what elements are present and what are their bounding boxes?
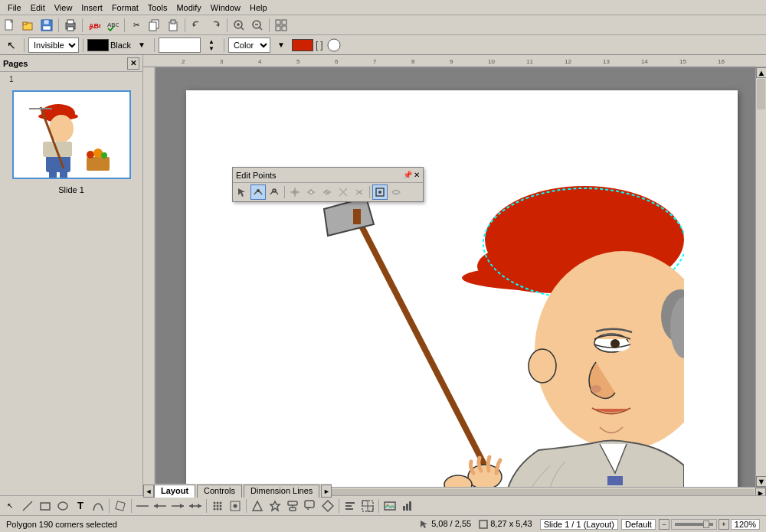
ep-cut-btn[interactable] — [336, 184, 351, 200]
separator — [124, 18, 125, 32]
menu-view[interactable]: View — [50, 2, 77, 14]
tab-layout[interactable]: Layout — [154, 485, 195, 498]
arrow-select-tool[interactable]: ↖ — [2, 498, 18, 514]
ep-delete-btn[interactable] — [319, 184, 335, 200]
transform-tool[interactable] — [112, 498, 129, 514]
fill-color-swatch[interactable] — [292, 39, 313, 51]
menu-modify[interactable]: Modify — [172, 2, 205, 14]
tab-dimension-lines[interactable]: Dimension Lines — [244, 485, 319, 498]
tab-controls[interactable]: Controls — [197, 485, 242, 498]
zoom-decrease-btn[interactable]: − — [659, 519, 669, 530]
menu-tools[interactable]: Tools — [143, 2, 172, 14]
fill-more[interactable] — [326, 37, 342, 54]
navigator-button[interactable] — [273, 17, 290, 34]
slide-thumbnail[interactable] — [12, 90, 131, 179]
pointer-tool[interactable]: ↖ — [3, 37, 20, 54]
zoom-increase-btn[interactable]: + — [719, 519, 729, 530]
svg-line-19 — [241, 27, 244, 30]
menu-help[interactable]: Help — [245, 2, 272, 14]
menu-file[interactable]: File — [3, 2, 26, 14]
menu-window[interactable]: Window — [206, 2, 245, 14]
menu-insert[interactable]: Insert — [77, 2, 107, 14]
align-btn[interactable] — [342, 498, 358, 514]
line-width-up[interactable]: ▲▼ — [203, 37, 220, 54]
line-tool[interactable] — [19, 498, 36, 514]
bezier-tool[interactable] — [90, 498, 106, 514]
ep-symmetric-btn[interactable] — [267, 184, 282, 200]
dialog-pin-button[interactable]: 📌 — [403, 171, 412, 179]
fill-color-dropdown[interactable]: ▼ — [273, 37, 290, 54]
svg-text:15: 15 — [679, 58, 686, 65]
scroll-up-button[interactable]: ▲ — [756, 67, 766, 78]
arrow-start[interactable] — [152, 498, 169, 514]
line-width-input[interactable]: 0,00cm — [159, 38, 201, 53]
symbol-shapes-btn[interactable] — [267, 498, 283, 514]
ep-join-btn[interactable] — [352, 184, 367, 200]
separator — [58, 18, 59, 32]
text-tool[interactable]: T — [72, 498, 89, 514]
menu-format[interactable]: Format — [107, 2, 143, 14]
main-canvas-area[interactable]: Edit Points 📌 ✕ — [155, 67, 766, 498]
separator — [185, 18, 185, 32]
svg-rect-137 — [409, 501, 411, 511]
redo-button[interactable] — [207, 17, 224, 34]
svg-text:7: 7 — [373, 58, 377, 65]
scroll-thumb[interactable] — [757, 79, 765, 109]
ellipse-tool[interactable] — [54, 498, 71, 514]
arrow-none[interactable] — [134, 498, 151, 514]
fill-style-select[interactable]: Color None Gradient — [228, 38, 270, 53]
slide-canvas[interactable]: Edit Points 📌 ✕ — [186, 90, 738, 498]
svg-point-95 — [378, 191, 381, 194]
line-color-dropdown[interactable]: ▼ — [133, 37, 150, 54]
svg-rect-129 — [345, 508, 353, 510]
undo-button[interactable] — [188, 17, 205, 34]
scroll-down-button[interactable]: ▼ — [756, 476, 766, 487]
status-bar: Polygon 190 corners selected 5,08 / 2,55… — [0, 515, 766, 532]
paste-button[interactable] — [165, 17, 182, 34]
svg-rect-27 — [276, 26, 280, 31]
ep-smooth-btn[interactable] — [250, 184, 266, 200]
svg-text:14: 14 — [641, 58, 648, 65]
ep-select-btn[interactable] — [234, 184, 250, 200]
menu-edit[interactable]: Edit — [26, 2, 50, 14]
rect-tool[interactable] — [37, 498, 54, 514]
flowchart-btn[interactable] — [284, 498, 301, 514]
ep-insert-btn[interactable] — [303, 184, 319, 200]
svg-point-113 — [220, 504, 222, 507]
ep-close-btn[interactable] — [372, 184, 388, 200]
spellcheck-button[interactable]: ABC — [86, 17, 103, 34]
svg-rect-13 — [149, 22, 156, 31]
arrow-end[interactable] — [169, 498, 186, 514]
group-btn[interactable] — [359, 498, 376, 514]
tab-scroll-left[interactable]: ◄ — [143, 485, 154, 498]
line-style-select[interactable]: Invisible Solid Dashed — [28, 38, 79, 53]
toolbar-main: ABC ABC ✂ — [0, 15, 766, 35]
ep-eliminate-btn[interactable] — [388, 184, 404, 200]
basic-shapes-btn[interactable] — [249, 498, 266, 514]
tab-scroll-right[interactable]: ► — [321, 485, 332, 498]
insert-image-btn[interactable] — [381, 498, 398, 514]
callout-btn[interactable] — [302, 498, 319, 514]
zoom-level[interactable]: 120% — [731, 519, 760, 530]
zoom-in-button[interactable] — [231, 17, 247, 34]
autospell-button[interactable]: ABC — [104, 17, 121, 34]
line-color-swatch[interactable] — [87, 39, 109, 51]
ep-move-btn[interactable] — [287, 184, 303, 200]
dialog-close-button[interactable]: ✕ — [414, 171, 420, 179]
open-button[interactable] — [20, 17, 37, 34]
new-button[interactable] — [2, 17, 18, 34]
zoom-out-button[interactable] — [249, 17, 266, 34]
vertical-scrollbar[interactable]: ▲ ▼ — [755, 67, 766, 487]
print-button[interactable] — [62, 17, 79, 34]
zoom-slider[interactable] — [671, 519, 717, 530]
snap-grid-btn[interactable] — [209, 498, 226, 514]
cut-button[interactable]: ✂ — [128, 17, 145, 34]
pages-close-button[interactable]: ✕ — [127, 57, 139, 70]
copy-button[interactable] — [146, 17, 163, 34]
save-button[interactable] — [38, 17, 55, 34]
more-shapes-btn[interactable] — [319, 498, 336, 514]
snap-points-btn[interactable] — [227, 498, 244, 514]
arrow-both[interactable] — [187, 498, 204, 514]
svg-rect-9 — [67, 27, 74, 31]
insert-chart-btn[interactable] — [399, 498, 416, 514]
